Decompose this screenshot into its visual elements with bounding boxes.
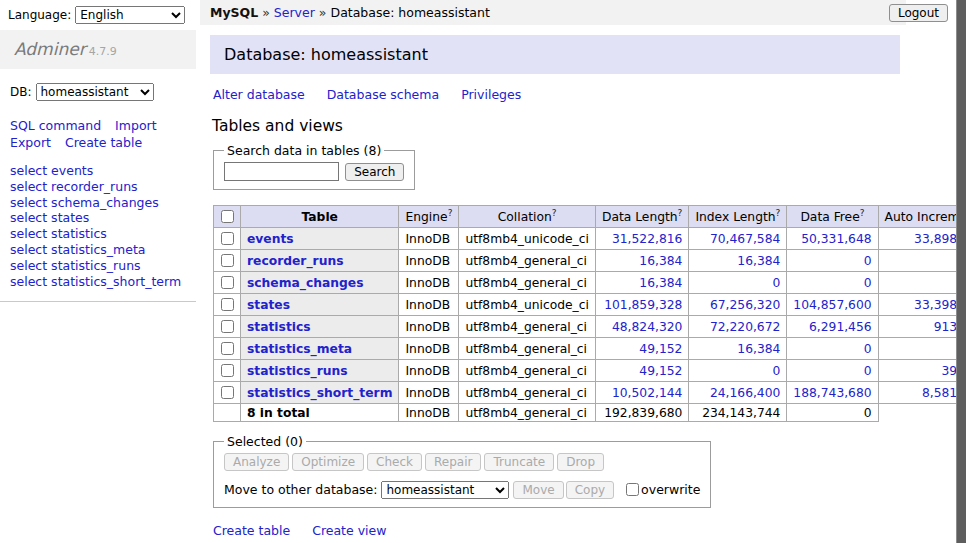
row-checkbox[interactable] [221, 254, 234, 267]
sidebar-table-link[interactable]: select statistics [10, 226, 186, 242]
data-free-cell: 0 [787, 338, 878, 360]
engine-cell: InnoDB [399, 360, 459, 382]
help-link[interactable]: ? [552, 208, 557, 218]
create-table-link[interactable]: Create table [65, 135, 142, 150]
sidebar-table-link[interactable]: select statistics_runs [10, 258, 186, 274]
data-free-link[interactable]: 0 [864, 276, 872, 290]
index-length-link[interactable]: 16,384 [737, 254, 780, 268]
sidebar-table-link[interactable]: select states [10, 210, 186, 226]
index-length-link[interactable]: 0 [773, 276, 781, 290]
table-name-link[interactable]: states [247, 298, 290, 312]
alter-database-link[interactable]: Alter database [213, 87, 305, 102]
table-name-link[interactable]: events [247, 232, 294, 246]
breadcrumb-server-link[interactable]: Server [274, 5, 315, 20]
data-free-link[interactable]: 0 [864, 364, 872, 378]
sql-command-link[interactable]: SQL command [10, 118, 101, 133]
row-checkbox[interactable] [221, 298, 234, 311]
table-name-cell: statistics_short_term [241, 382, 399, 404]
search-button[interactable]: Search [345, 163, 404, 181]
row-checkbox[interactable] [221, 386, 234, 399]
data-free-cell: 0 [787, 272, 878, 294]
engine-cell: InnoDB [399, 294, 459, 316]
search-fieldset: Search data in tables (8) Search [213, 143, 415, 190]
logout-button[interactable]: Logout [889, 4, 948, 22]
index-length-link[interactable]: 16,384 [737, 342, 780, 356]
table-name-cell: events [241, 228, 399, 250]
total-row: 8 in totalInnoDButf8mb4_general_ci192,83… [214, 404, 966, 422]
table-name-cell: states [241, 294, 399, 316]
table-row: statistics_runsInnoDButf8mb4_general_ci4… [214, 360, 966, 382]
engine-cell: InnoDB [399, 338, 459, 360]
index-length-link[interactable]: 70,467,584 [710, 232, 780, 246]
table-name-cell: statistics [241, 316, 399, 338]
data-free-link[interactable]: 0 [864, 254, 872, 268]
help-link[interactable]: ? [860, 208, 865, 218]
table-name-link[interactable]: statistics_runs [247, 364, 348, 378]
export-link[interactable]: Export [10, 135, 51, 150]
help-link[interactable]: ? [776, 208, 781, 218]
create-table-link-main[interactable]: Create table [213, 523, 290, 538]
create-view-link[interactable]: Create view [312, 523, 386, 538]
data-length-link[interactable]: 48,824,320 [612, 320, 682, 334]
index-length-link[interactable]: 24,166,400 [710, 386, 780, 400]
language-select[interactable]: English [75, 6, 185, 24]
index-length-cell: 16,384 [689, 338, 787, 360]
select-all-checkbox[interactable] [221, 210, 234, 223]
row-checkbox[interactable] [221, 342, 234, 355]
row-checkbox[interactable] [221, 232, 234, 245]
data-length-link[interactable]: 101,859,328 [604, 298, 682, 312]
table-name-cell: statistics_meta [241, 338, 399, 360]
row-checkbox-cell [214, 382, 241, 404]
table-name-link[interactable]: schema_changes [247, 276, 364, 290]
table-name-link[interactable]: statistics_meta [247, 342, 352, 356]
sidebar: Adminer4.7.9 DB:homeassistant SQL comman… [0, 30, 196, 302]
data-free-link[interactable]: 50,331,648 [801, 232, 871, 246]
overwrite-option: overwrite [622, 482, 700, 497]
data-length-link[interactable]: 16,384 [639, 276, 682, 290]
sidebar-table-link[interactable]: select recorder_runs [10, 179, 186, 195]
data-length-link[interactable]: 31,522,816 [612, 232, 682, 246]
data-free-link[interactable]: 6,291,456 [809, 320, 872, 334]
table-row: eventsInnoDButf8mb4_unicode_ci31,522,816… [214, 228, 966, 250]
sidebar-table-link[interactable]: select statistics_short_term [10, 274, 186, 290]
breadcrumb-mysql-link[interactable]: MySQL [210, 5, 258, 20]
data-length-link[interactable]: 16,384 [639, 254, 682, 268]
index-length-cell: 16,384 [689, 250, 787, 272]
vertical-scrollbar[interactable] [956, 0, 966, 543]
column-header-index-length: Index Length? [689, 206, 787, 228]
row-checkbox[interactable] [221, 364, 234, 377]
help-link[interactable]: ? [678, 208, 683, 218]
data-length-link[interactable]: 49,152 [639, 364, 682, 378]
help-link[interactable]: ? [448, 208, 453, 218]
table-name-link[interactable]: recorder_runs [247, 254, 343, 268]
data-length-link[interactable]: 49,152 [639, 342, 682, 356]
data-length-link[interactable]: 10,502,144 [612, 386, 682, 400]
data-free-link[interactable]: 188,743,680 [793, 386, 871, 400]
sidebar-table-link[interactable]: select schema_changes [10, 195, 186, 211]
search-input[interactable] [224, 162, 339, 181]
privileges-link[interactable]: Privileges [461, 87, 521, 102]
import-link[interactable]: Import [115, 118, 157, 133]
table-name-link[interactable]: statistics_short_term [247, 386, 392, 400]
auto-increment-cell: 33,898,196 [878, 228, 966, 250]
sidebar-table-link[interactable]: select events [10, 163, 186, 179]
collation-cell: utf8mb4_general_ci [459, 338, 596, 360]
index-length-cell: 24,166,400 [689, 382, 787, 404]
row-checkbox[interactable] [221, 276, 234, 289]
column-header-collation: Collation? [459, 206, 596, 228]
index-length-link[interactable]: 0 [773, 364, 781, 378]
data-free-link[interactable]: 104,857,600 [793, 298, 871, 312]
data-free-link[interactable]: 0 [864, 342, 872, 356]
sidebar-table-link[interactable]: select statistics_meta [10, 242, 186, 258]
move-button: Move [513, 481, 563, 499]
adminer-logo[interactable]: Adminer [14, 39, 86, 59]
database-schema-link[interactable]: Database schema [327, 87, 439, 102]
index-length-link[interactable]: 67,256,320 [710, 298, 780, 312]
tables-table: TableEngine?Collation?Data Length?Index … [213, 205, 966, 422]
db-select[interactable]: homeassistant [36, 83, 154, 101]
overwrite-checkbox[interactable] [626, 483, 639, 496]
table-name-link[interactable]: statistics [247, 320, 311, 334]
row-checkbox[interactable] [221, 320, 234, 333]
index-length-link[interactable]: 72,220,672 [710, 320, 780, 334]
move-db-select[interactable]: homeassistant [381, 481, 509, 499]
